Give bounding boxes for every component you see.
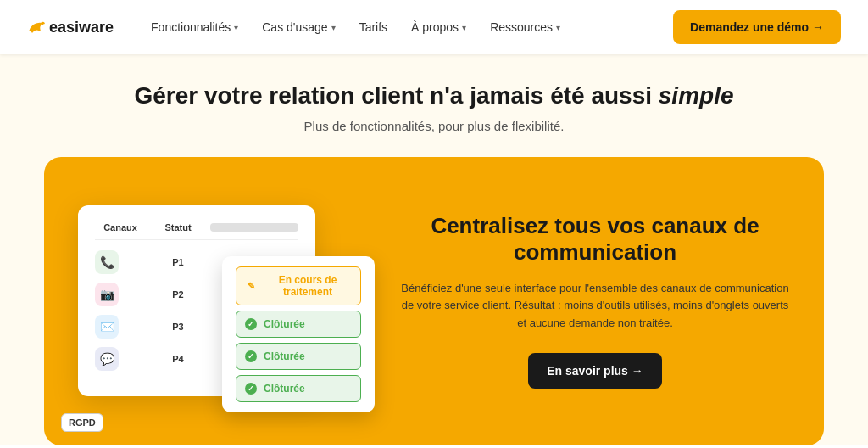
navbar-nav: Fonctionnalités ▾ Cas d'usage ▾ Tarifs À… [141,14,673,41]
chevron-down-icon: ▾ [462,23,466,32]
right-description: Bénéficiez d'une seule interface pour l'… [400,280,790,333]
yellow-section: Canaux Statut 📞 P1 Livraison 📷 P2 Qualit… [44,157,824,445]
chevron-down-icon: ▾ [331,23,336,32]
status-item-cloturee-2: ✓ Clôturée [236,343,361,370]
col-canaux: Canaux [95,222,146,232]
nav-fonctionnalites[interactable]: Fonctionnalités ▾ [141,14,248,41]
hero-section: Gérer votre relation client n'a jamais é… [0,54,868,445]
learn-more-button[interactable]: En savoir plus → [528,353,662,389]
right-content: Centralisez tous vos canaux de communica… [400,213,790,389]
logo-bird-icon [27,20,46,35]
nav-tarifs[interactable]: Tarifs [349,14,398,41]
logo[interactable]: easiware [27,19,114,36]
chevron-down-icon: ▾ [556,23,560,32]
navbar: easiware Fonctionnalités ▾ Cas d'usage ▾… [0,0,868,54]
check-icon: ✓ [245,318,257,330]
row1-status: P1 [153,257,203,267]
hero-subtitle: Plus de fonctionnalités, pour plus de fl… [27,119,841,133]
col-statut: Statut [153,222,203,232]
status-item-cloturee-1: ✓ Clôturée [236,311,361,338]
demo-cta-button[interactable]: Demandez une démo → [673,10,841,44]
right-title: Centralisez tous vos canaux de communica… [400,213,790,266]
row2-status: P2 [153,289,203,300]
status-item-encours: ✎ En cours de traitement [236,266,361,305]
chevron-down-icon: ▾ [234,23,238,32]
ui-card-header: Canaux Statut [95,222,298,240]
nav-cas-usage[interactable]: Cas d'usage ▾ [252,14,345,41]
phone-icon: 📞 [95,250,119,274]
chat-icon: 💬 [95,347,119,371]
hero-title: Gérer votre relation client n'a jamais é… [27,81,841,110]
rgpd-badge: RGPD [61,413,103,432]
nav-ressources[interactable]: Ressources ▾ [480,14,570,41]
logo-text: easiware [49,19,114,36]
ui-card-wrapper: Canaux Statut 📞 P1 Livraison 📷 P2 Qualit… [78,205,366,396]
instagram-icon: 📷 [95,283,119,306]
status-card: ✎ En cours de traitement ✓ Clôturée ✓ Cl… [222,256,375,412]
email-icon: ✉️ [95,315,119,339]
check-icon: ✓ [245,383,257,395]
nav-apropos[interactable]: À propos ▾ [401,14,476,41]
row4-status: P4 [153,354,203,364]
row3-status: P3 [153,322,203,332]
edit-icon: ✎ [245,280,257,292]
status-item-cloturee-3: ✓ Clôturée [236,375,361,402]
check-icon: ✓ [245,350,257,362]
header-bar [210,223,298,232]
